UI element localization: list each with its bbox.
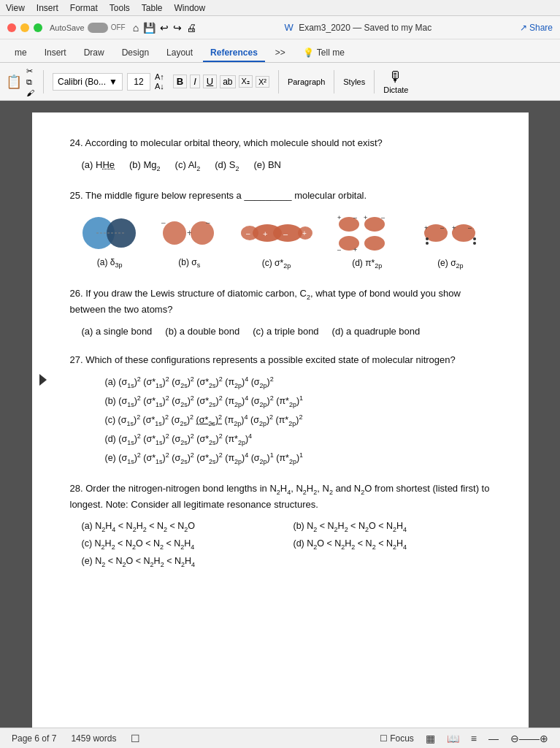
cut-copy-format-group: ✂ ⧉ 🖌 [26,66,34,97]
svg-text:+: + [263,229,267,238]
q25-text: 25. The middle figure below represents a… [70,188,491,203]
strikethrough-button[interactable]: ab [220,75,235,88]
svg-text:+: + [364,214,367,221]
menu-insert[interactable]: Insert [37,3,58,13]
status-right: ☐ Focus ▦ 📖 ≡ — ⊖——⊕ [380,733,548,744]
divider-4 [374,70,375,94]
menu-tools[interactable]: Tools [110,3,130,13]
view-layout-icon[interactable]: ▦ [426,733,435,744]
lightbulb-icon: 💡 [303,47,314,58]
draft-icon[interactable]: — [488,733,499,744]
redo-icon[interactable]: ↪ [173,22,182,34]
tab-home[interactable]: me [7,45,34,62]
divider-3 [334,70,334,94]
q28-opt-e: (e) N2 < N2O < N2H2 < N2H4 [82,554,279,570]
close-button[interactable] [7,23,16,32]
subscript-button[interactable]: X₂ [239,75,253,88]
font-size-selector[interactable]: 12 [127,73,150,91]
chevron-down-icon: ▼ [109,77,118,87]
orbital-a-label: (a) δ3p [97,256,123,271]
tab-design[interactable]: Design [115,45,156,62]
print-icon[interactable]: 🖨 [186,22,196,34]
format-painter-button[interactable]: 🖌 [26,88,34,97]
orbital-a: (a) δ3p [80,215,139,271]
q24-option-b: (b) Mg2 [129,158,161,174]
tab-insert[interactable]: Insert [37,45,74,62]
dictate-label: Dictate [383,85,408,94]
document-page: 24. According to molecular orbital theor… [32,112,529,728]
svg-text:+: + [353,246,357,252]
svg-text:+: + [424,224,428,232]
tab-tell-me[interactable]: 💡 Tell me [296,45,352,62]
font-size-arrows[interactable]: A↑A↓ [155,72,164,91]
underline-button[interactable]: U [203,75,217,88]
divider-2 [278,70,279,94]
question-26: 26. If you draw the Lewis structure of d… [70,286,491,338]
autosave-control: AutoSave OFF [50,23,126,33]
menu-table[interactable]: Table [142,3,163,13]
q27-text: 27. Which of these configurations repres… [70,353,491,367]
outline-icon[interactable]: ≡ [471,733,477,744]
tab-draw[interactable]: Draw [77,45,112,62]
tab-more[interactable]: >> [268,45,293,62]
svg-text:–: – [353,214,357,221]
question-24: 24. According to molecular orbital theor… [70,136,491,174]
paste-button[interactable]: 📋 [6,74,22,90]
font-selector[interactable]: Calibri (Bo... ▼ [53,73,123,91]
q26-opt-a: (a) a single bond [82,324,153,339]
divider-1 [43,70,44,94]
tab-references[interactable]: References [203,45,265,62]
superscript-button[interactable]: X² [256,76,269,88]
copy-button[interactable]: ⧉ [26,77,34,87]
zoom-slider[interactable]: ⊖——⊕ [510,733,548,744]
svg-point-33 [426,242,429,245]
q27-opt-d: (d) (σ1s)2 (σ*1s)2 (σ2s)2 (σ*2s)2 (π*2p)… [88,432,491,448]
svg-text:–: – [381,214,385,221]
q26-opt-c: (c) a triple bond [253,324,318,339]
italic-button[interactable]: I [190,75,200,88]
q28-col-right: (b) N2 < N2H2 < N2O < N2H4 (d) N2O < N2H… [294,519,491,572]
minimize-button[interactable] [20,23,29,32]
orbital-e: + – + – (e) σ2p [421,214,480,272]
menu-window[interactable]: Window [174,3,206,13]
orbital-b-svg: + – – [160,215,218,251]
title-bar: AutoSave OFF ⌂ 💾 ↩ ↪ 🖨 W Exam3_2020 — Sa… [0,16,560,39]
bold-button[interactable]: B [173,75,187,88]
orbital-e-label: (e) σ2p [437,256,463,272]
microphone-icon: 🎙 [388,69,403,85]
q28-col-left: (a) N2H4 < N2H2 < N2 < N2O (c) N2H2 < N2… [82,519,279,572]
menu-format[interactable]: Format [70,3,98,13]
q27-options: (a) (σ1s)2 (σ*1s)2 (σ2s)2 (σ*2s)2 (π2p)4… [70,375,491,468]
traffic-lights [7,23,42,32]
q26-text: 26. If you draw the Lewis structure of d… [70,286,491,317]
home-icon[interactable]: ⌂ [133,22,139,34]
maximize-button[interactable] [34,23,42,32]
svg-point-3 [163,221,186,245]
orbital-d-label: (d) π*2p [352,256,382,272]
track-changes-icon[interactable]: ☐ [131,733,140,744]
status-bar: Page 6 of 7 1459 words ☐ ☐ Focus ▦ 📖 ≡ —… [0,728,560,748]
q28-opt-d: (d) N2O < N2H2 < N2 < N2H4 [294,537,491,552]
orbital-diagrams: (a) δ3p + – – (b) σs [70,214,491,272]
svg-text:+: + [337,214,341,221]
svg-text:–: – [246,229,250,237]
tab-layout[interactable]: Layout [159,45,200,62]
view-read-icon[interactable]: 📖 [447,733,459,744]
menu-view[interactable]: View [6,3,25,13]
q27-opt-e: (e) (σ1s)2 (σ*1s)2 (σ2s)2 (σ*2s)2 (π2p)4… [88,451,491,467]
svg-point-34 [473,237,476,240]
q28-opt-c: (c) N2H2 < N2O < N2 < N2H4 [82,537,279,552]
document-area: 24. According to molecular orbital theor… [0,101,560,728]
menu-bar: View Insert Format Tools Table Window [0,0,560,16]
share-button[interactable]: ↗ Share [520,23,553,33]
save-icon[interactable]: 💾 [143,22,156,34]
cut-button[interactable]: ✂ [26,66,34,76]
undo-icon[interactable]: ↩ [160,22,169,34]
q28-opt-a: (a) N2H4 < N2H2 < N2 < N2O [82,519,279,535]
styles-group: Styles [343,77,365,86]
autosave-toggle[interactable] [88,23,108,33]
orbital-c: – + – + (c) σ*2p [239,214,312,272]
focus-label[interactable]: ☐ Focus [380,733,414,744]
q26-opt-b: (b) a double bond [165,324,239,339]
svg-text:–: – [283,229,288,238]
